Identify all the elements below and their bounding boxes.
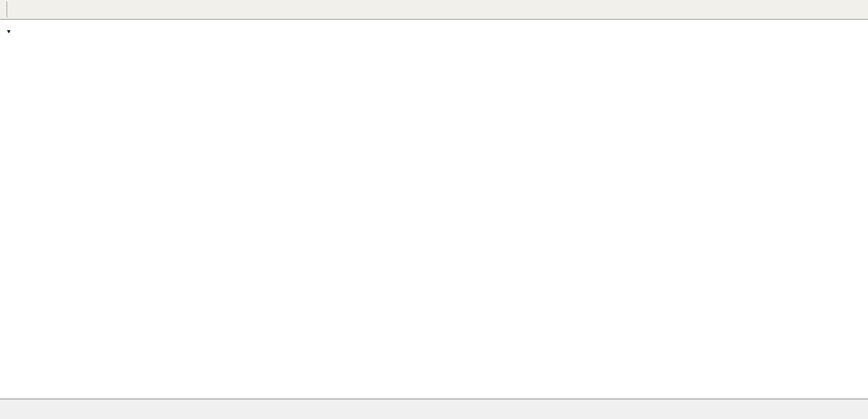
timeframe-toolbar xyxy=(0,0,868,20)
mt4-terminal: { "toolbar": { "timeframes": [ {"label":… xyxy=(0,0,868,419)
price-chart-canvas[interactable] xyxy=(0,0,868,419)
symbol-tabbar xyxy=(0,399,868,419)
chevron-down-icon[interactable]: ▼ xyxy=(6,28,12,35)
toolbar-divider xyxy=(7,1,7,17)
chart-title: ▼ xyxy=(6,27,19,36)
